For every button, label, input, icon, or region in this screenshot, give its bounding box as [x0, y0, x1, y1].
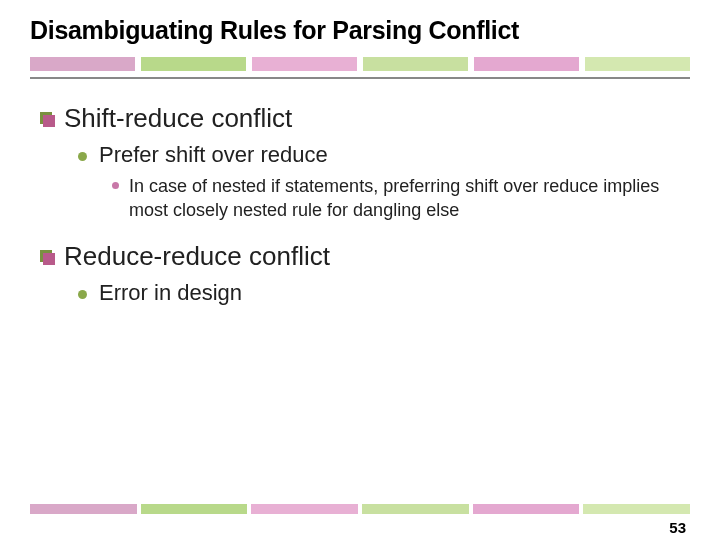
- list-item: Prefer shift over reduce: [78, 142, 680, 168]
- heading-2: Error in design: [99, 280, 242, 306]
- list-item: In case of nested if statements, preferr…: [112, 174, 680, 223]
- square-bullet-icon: [40, 250, 54, 264]
- dot-bullet-icon: [112, 182, 119, 189]
- square-bullet-icon: [40, 112, 54, 126]
- slide-body: Shift-reduce conflict Prefer shift over …: [0, 93, 720, 306]
- list-item: Reduce-reduce conflict: [40, 241, 680, 272]
- list-item: Error in design: [78, 280, 680, 306]
- heading-1: Shift-reduce conflict: [64, 103, 292, 134]
- dot-bullet-icon: [78, 152, 87, 161]
- decorative-bar-bottom: [30, 504, 690, 514]
- heading-1: Reduce-reduce conflict: [64, 241, 330, 272]
- body-text: In case of nested if statements, preferr…: [129, 174, 669, 223]
- divider: [30, 77, 690, 79]
- list-item: Shift-reduce conflict: [40, 103, 680, 134]
- decorative-bar-top: [30, 57, 690, 71]
- slide-title: Disambiguating Rules for Parsing Conflic…: [0, 0, 720, 53]
- heading-2: Prefer shift over reduce: [99, 142, 328, 168]
- dot-bullet-icon: [78, 290, 87, 299]
- page-number: 53: [669, 519, 686, 536]
